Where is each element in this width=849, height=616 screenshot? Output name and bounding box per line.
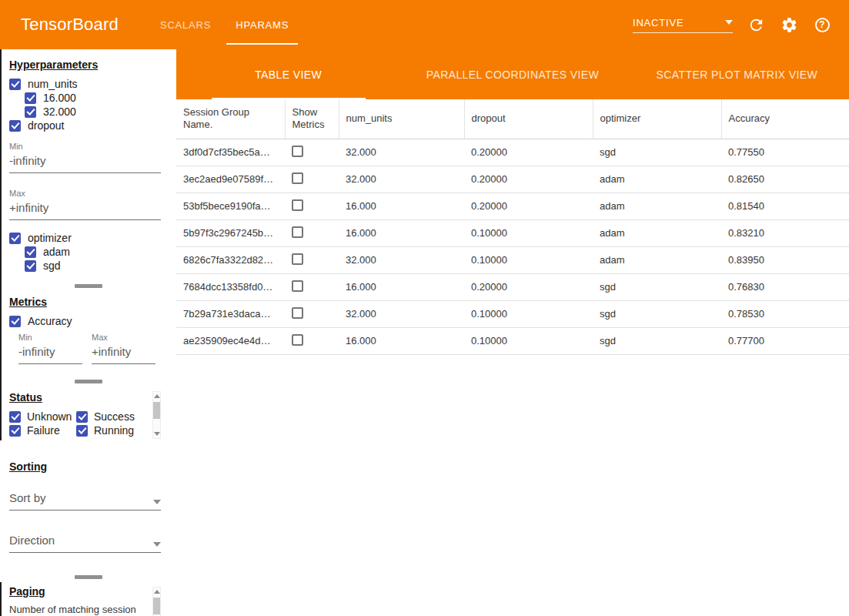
accuracy-cell: 0.81540 xyxy=(721,192,849,219)
status-unknown-label: Unknown xyxy=(27,410,72,423)
table-row: 7684dcc13358fd0…16.0000.20000sgd0.76830 xyxy=(176,273,849,300)
col-header-num-units[interactable]: num_units xyxy=(339,99,464,139)
num-units-16-checkbox[interactable] xyxy=(25,92,36,104)
show-metrics-checkbox[interactable] xyxy=(292,334,303,346)
settings-button[interactable] xyxy=(779,15,799,35)
show-metrics-cell xyxy=(285,139,339,166)
table-row: 7b29a731e3daca…32.0000.10000sgd0.78530 xyxy=(176,300,849,327)
optimizer-checkbox[interactable] xyxy=(9,233,21,244)
drag-grip-icon xyxy=(75,380,102,383)
dropout-max-input[interactable]: +infinity xyxy=(9,201,161,220)
dropout-max-label: Max xyxy=(9,189,161,198)
sort-by-dropdown[interactable]: Sort by xyxy=(9,491,161,511)
session-group-name-cell: 3ec2aed9e07589f… xyxy=(176,166,285,192)
optimizer-adam-label: adam xyxy=(43,246,70,258)
table-row: 3ec2aed9e07589f…32.0000.20000adam0.82650 xyxy=(176,166,849,192)
status-scrollbar[interactable] xyxy=(152,391,161,439)
accuracy-label: Accuracy xyxy=(28,315,72,327)
reload-status-dropdown[interactable]: INACTIVE xyxy=(633,17,733,33)
num-units-cell: 32.000 xyxy=(339,246,464,273)
section-resize-handle[interactable] xyxy=(0,376,176,387)
table-row: 53bf5bece9190fa…16.0000.20000adam0.81540 xyxy=(176,192,849,219)
num-units-checkbox[interactable] xyxy=(9,79,21,90)
show-metrics-checkbox[interactable] xyxy=(292,253,303,265)
show-metrics-cell xyxy=(285,300,339,327)
status-unknown-checkbox[interactable] xyxy=(9,411,21,423)
scroll-thumb[interactable] xyxy=(153,598,160,614)
num-units-32-checkbox[interactable] xyxy=(25,106,36,118)
optimizer-cell: adam xyxy=(593,166,721,192)
direction-dropdown[interactable]: Direction xyxy=(9,534,161,553)
scroll-down-icon[interactable] xyxy=(154,432,160,436)
col-header-accuracy[interactable]: Accuracy xyxy=(721,99,849,139)
chevron-down-icon xyxy=(153,542,161,547)
paging-scrollbar[interactable] xyxy=(152,587,161,616)
col-header-optimizer[interactable]: optimizer xyxy=(593,99,721,139)
status-failure-checkbox[interactable] xyxy=(9,425,21,437)
tab-scatter-plot-matrix-view[interactable]: SCATTER PLOT MATRIX VIEW xyxy=(625,49,849,99)
tab-table-view[interactable]: TABLE VIEW xyxy=(176,49,400,99)
show-metrics-checkbox[interactable] xyxy=(292,199,303,211)
col-header-show-metrics[interactable]: Show Metrics xyxy=(285,99,339,139)
accuracy-max-field: Max +infinity xyxy=(92,333,155,364)
col-header-dropout[interactable]: dropout xyxy=(464,99,593,139)
optimizer-adam-checkbox[interactable] xyxy=(25,246,36,258)
dropout-min-input[interactable]: -infinity xyxy=(9,154,161,173)
help-button[interactable]: ? xyxy=(812,15,832,35)
num-units-value-16-item: 16.000 xyxy=(25,91,169,105)
section-resize-handle[interactable] xyxy=(0,280,176,291)
scroll-up-icon[interactable] xyxy=(154,590,160,594)
gear-icon xyxy=(780,16,798,34)
scroll-thumb[interactable] xyxy=(153,402,160,419)
tab-hparams[interactable]: HPARAMS xyxy=(223,0,301,49)
status-running-checkbox[interactable] xyxy=(76,425,88,437)
optimizer-cell: adam xyxy=(593,246,721,273)
table-row: 6826c7fa3322d82…32.0000.10000adam0.83950 xyxy=(176,246,849,273)
status-failure-label: Failure xyxy=(27,424,60,437)
section-resize-handle[interactable] xyxy=(0,571,176,582)
status-success-label: Success xyxy=(94,410,135,423)
dropout-max-field: Max +infinity xyxy=(9,189,161,220)
dropout-cell: 0.20000 xyxy=(464,192,593,219)
show-metrics-checkbox[interactable] xyxy=(292,172,303,184)
accuracy-max-input[interactable]: +infinity xyxy=(92,345,155,364)
status-running-item: Running xyxy=(76,424,148,437)
app-title: TensorBoard xyxy=(0,0,119,49)
optimizer-adam-item: adam xyxy=(25,245,169,259)
chevron-down-icon xyxy=(153,500,161,504)
sidebar-gap xyxy=(0,440,176,456)
show-metrics-checkbox[interactable] xyxy=(292,146,303,157)
refresh-button[interactable] xyxy=(746,15,766,35)
dropout-min-label: Min xyxy=(9,142,161,151)
optimizer-sgd-checkbox[interactable] xyxy=(25,260,36,272)
session-group-name-cell: 3df0d7cf35bec5a… xyxy=(176,139,285,166)
tensorboard-app: TensorBoard SCALARS HPARAMS INACTIVE ? xyxy=(0,0,849,616)
tab-scalars[interactable]: SCALARS xyxy=(148,0,223,49)
dropout-cell: 0.10000 xyxy=(464,300,593,327)
status-success-checkbox[interactable] xyxy=(76,411,88,423)
hparam-dropout-item: dropout xyxy=(9,119,169,132)
status-title: Status xyxy=(9,391,169,403)
dropout-min-field: Min -infinity xyxy=(9,142,161,173)
optimizer-cell: sgd xyxy=(593,273,721,300)
show-metrics-checkbox[interactable] xyxy=(292,226,303,238)
col-header-session-group-name[interactable]: Session Group Name. xyxy=(176,99,285,139)
accuracy-checkbox[interactable] xyxy=(9,316,21,327)
dropout-checkbox[interactable] xyxy=(9,120,21,132)
show-metrics-checkbox[interactable] xyxy=(292,280,303,292)
table-row: ae235909ec4e4d…16.0000.10000sgd0.77700 xyxy=(176,327,849,354)
optimizer-cell: sgd xyxy=(593,139,721,166)
show-metrics-cell xyxy=(285,273,339,300)
metrics-title: Metrics xyxy=(9,296,169,308)
optimizer-label: optimizer xyxy=(28,232,72,244)
help-icon: ? xyxy=(815,18,830,32)
num-units-cell: 32.000 xyxy=(339,166,464,192)
dropout-cell: 0.10000 xyxy=(464,246,593,273)
show-metrics-checkbox[interactable] xyxy=(292,307,303,319)
accuracy-min-input[interactable]: -infinity xyxy=(18,345,82,364)
tab-parallel-coordinates-view[interactable]: PARALLEL COORDINATES VIEW xyxy=(400,49,624,99)
sidebar: Hyperparameters num_units 16.000 32.000 … xyxy=(0,49,176,616)
status-unknown-item: Unknown xyxy=(9,410,76,424)
scroll-up-icon[interactable] xyxy=(154,394,160,398)
drag-grip-icon xyxy=(75,575,102,579)
